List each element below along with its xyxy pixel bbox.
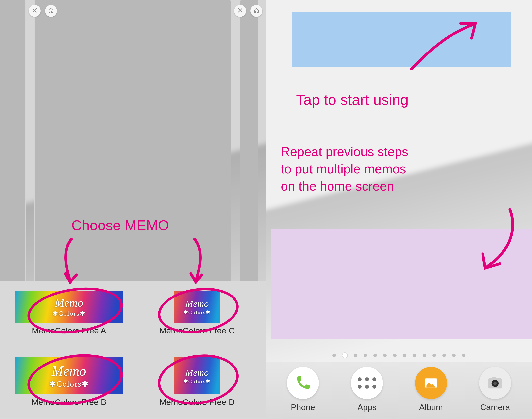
- home-icon: [253, 7, 259, 14]
- page-dot[interactable]: [393, 354, 397, 357]
- widget-preview: Memo ✱Colors✱: [174, 357, 220, 394]
- widget-option-a[interactable]: Memo ✱Colors✱ MemoColors Free A: [7, 291, 131, 350]
- remove-page-button[interactable]: [29, 5, 41, 17]
- widget-label: MemoColors Free A: [32, 326, 106, 335]
- page-dot[interactable]: [383, 354, 387, 357]
- memo-badge-line1: Memo: [185, 298, 209, 309]
- album-icon: [415, 367, 447, 399]
- close-icon: [32, 7, 38, 14]
- close-icon: [237, 7, 243, 14]
- memo-badge-line2: ✱Colors✱: [52, 309, 86, 317]
- dock-label: Phone: [291, 402, 315, 412]
- home-icon: [48, 7, 54, 14]
- page-dot[interactable]: [364, 354, 367, 357]
- page-indicator[interactable]: [266, 354, 532, 358]
- dock-label: Album: [419, 402, 443, 412]
- set-default-page-button[interactable]: [45, 5, 57, 17]
- camera-icon: [479, 367, 511, 399]
- dock: Phone Apps Album Camera: [266, 362, 532, 419]
- widget-preview: Memo ✱Colors✱: [15, 357, 123, 394]
- memo-badge-line1: Memo: [52, 363, 86, 379]
- memo-badge: Memo ✱Colors✱: [174, 357, 220, 394]
- memo-badge-line2: ✱Colors✱: [183, 309, 211, 315]
- annotation-repeat: Repeat previous steps to put multiple me…: [281, 143, 408, 195]
- dock-item-phone[interactable]: Phone: [287, 367, 319, 412]
- widget-preview: Memo ✱Colors✱: [15, 291, 123, 323]
- dock-label: Camera: [480, 402, 510, 412]
- arrow-up-right-icon: [404, 17, 483, 74]
- page-dot[interactable]: [442, 354, 446, 357]
- page-thumb-next[interactable]: [240, 0, 258, 283]
- widget-label: MemoColors Free C: [159, 326, 235, 335]
- home-screen: Tap to start using Repeat previous steps…: [266, 0, 532, 419]
- memo-badge: Memo ✱Colors✱: [15, 357, 123, 394]
- dock-label: Apps: [357, 402, 377, 412]
- page-dot[interactable]: [423, 354, 426, 357]
- memo-badge-line1: Memo: [55, 296, 83, 309]
- widget-option-c[interactable]: Memo ✱Colors✱ MemoColors Free C: [135, 291, 259, 350]
- widget-label: MemoColors Free D: [159, 397, 235, 407]
- memo-badge: Memo ✱Colors✱: [174, 291, 220, 323]
- svg-point-3: [493, 382, 497, 385]
- page-dot[interactable]: [462, 354, 466, 357]
- widget-picker-screen: Memo ✱Colors✱ MemoColors Free A Memo ✱Co…: [0, 0, 266, 419]
- memo-badge-line2: ✱Colors✱: [183, 378, 211, 384]
- homescreen-pages-row: [0, 0, 266, 283]
- widget-label: MemoColors Free B: [32, 397, 106, 407]
- page-dot[interactable]: [452, 354, 456, 357]
- widget-option-b[interactable]: Memo ✱Colors✱ MemoColors Free B: [7, 357, 131, 417]
- page-thumb-prev[interactable]: [0, 0, 26, 283]
- page-dot[interactable]: [342, 353, 347, 358]
- widget-preview: Memo ✱Colors✱: [174, 291, 220, 323]
- page-dot[interactable]: [373, 354, 377, 357]
- arrow-down-right-icon: [461, 205, 525, 274]
- phone-icon: [287, 367, 319, 399]
- memo-badge-line2: ✱Colors✱: [49, 379, 89, 389]
- page-dot[interactable]: [354, 354, 357, 357]
- arrow-down-icon: [180, 237, 209, 286]
- page-dot[interactable]: [413, 354, 416, 357]
- set-default-page-button[interactable]: [250, 5, 262, 17]
- arrow-down-icon: [57, 237, 86, 286]
- dock-item-camera[interactable]: Camera: [479, 367, 511, 412]
- page-dot[interactable]: [403, 354, 406, 357]
- apps-icon: [351, 367, 383, 399]
- page-dot[interactable]: [332, 354, 336, 357]
- memo-badge: Memo ✱Colors✱: [15, 291, 123, 323]
- dock-item-apps[interactable]: Apps: [351, 367, 383, 412]
- widget-option-d[interactable]: Memo ✱Colors✱ MemoColors Free D: [135, 357, 259, 417]
- svg-rect-4: [492, 377, 496, 379]
- widget-gallery: Memo ✱Colors✱ MemoColors Free A Memo ✱Co…: [0, 281, 266, 419]
- remove-page-button[interactable]: [234, 5, 246, 17]
- page-dot[interactable]: [432, 354, 436, 357]
- memo-badge-line1: Memo: [185, 367, 209, 378]
- dock-item-album[interactable]: Album: [415, 367, 447, 412]
- annotation-tap: Tap to start using: [296, 91, 409, 108]
